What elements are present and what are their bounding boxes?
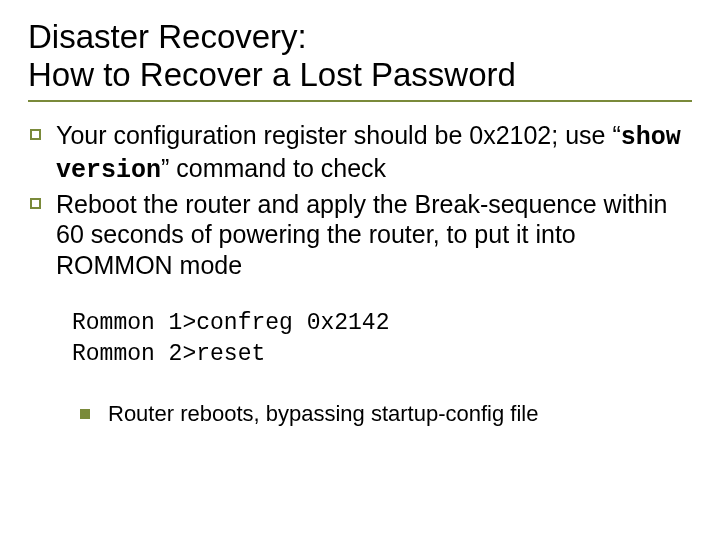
bullet-item: Reboot the router and apply the Break-se…	[28, 189, 692, 281]
title-line-2: How to Recover a Lost Password	[28, 56, 692, 94]
bullet-list-level2: Router reboots, bypassing startup-config…	[80, 400, 692, 429]
bullet-text-post: ” command to check	[161, 154, 386, 182]
title-line-1: Disaster Recovery:	[28, 18, 692, 56]
slide: Disaster Recovery: How to Recover a Lost…	[0, 0, 720, 540]
bullet-list-level1: Your configuration register should be 0x…	[28, 120, 692, 281]
code-line: Rommon 1>confreg 0x2142	[72, 310, 389, 336]
sub-bullet-item: Router reboots, bypassing startup-config…	[80, 400, 692, 429]
slide-title: Disaster Recovery: How to Recover a Lost…	[28, 18, 692, 94]
code-block: Rommon 1>confreg 0x2142 Rommon 2>reset	[72, 308, 692, 370]
bullet-text-pre: Your configuration register should be 0x…	[56, 121, 621, 149]
bullet-item: Your configuration register should be 0x…	[28, 120, 692, 187]
title-divider	[28, 100, 692, 102]
bullet-text: Reboot the router and apply the Break-se…	[56, 190, 668, 279]
code-line: Rommon 2>reset	[72, 341, 265, 367]
sub-bullet-text: Router reboots, bypassing startup-config…	[108, 401, 538, 426]
